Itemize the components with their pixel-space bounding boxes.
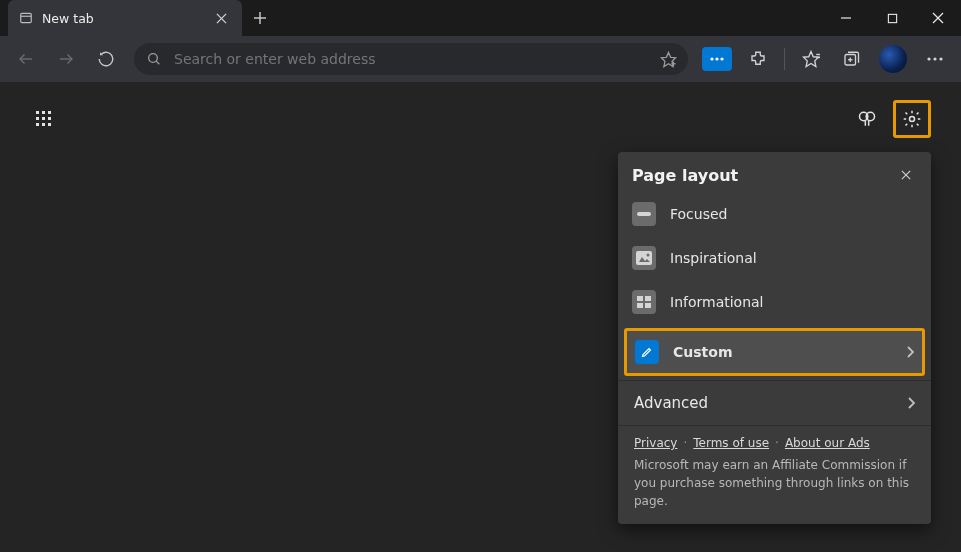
- browser-tab[interactable]: New tab: [8, 0, 242, 36]
- svg-rect-30: [42, 111, 45, 114]
- svg-rect-48: [645, 296, 651, 301]
- advanced-row[interactable]: Advanced: [618, 380, 931, 426]
- apps-grid-button[interactable]: [30, 105, 58, 133]
- svg-rect-43: [637, 212, 651, 216]
- layout-option-custom-highlight: Custom: [624, 328, 925, 376]
- svg-point-27: [933, 57, 936, 60]
- chevron-right-icon: [907, 397, 915, 409]
- layout-option-informational[interactable]: Informational: [618, 280, 931, 324]
- layout-option-focused[interactable]: Focused: [618, 192, 931, 236]
- svg-rect-32: [36, 117, 39, 120]
- rewards-button[interactable]: [853, 105, 881, 133]
- separator-dot: ·: [775, 436, 779, 450]
- affiliate-disclaimer: Microsoft may earn an Affiliate Commissi…: [634, 456, 915, 510]
- new-tab-page: Page layout Focused Inspirational Inform…: [0, 82, 961, 552]
- flyout-close-button[interactable]: [895, 164, 917, 186]
- svg-rect-35: [36, 123, 39, 126]
- informational-icon: [632, 290, 656, 314]
- svg-rect-44: [636, 251, 652, 265]
- layout-label: Informational: [670, 294, 764, 310]
- page-layout-flyout: Page layout Focused Inspirational Inform…: [618, 152, 931, 524]
- svg-rect-31: [48, 111, 51, 114]
- layout-label: Focused: [670, 206, 727, 222]
- custom-icon: [635, 340, 659, 364]
- layout-option-custom[interactable]: Custom: [627, 331, 922, 373]
- toolbar: [0, 36, 961, 82]
- svg-rect-49: [637, 303, 643, 308]
- tab-title: New tab: [42, 11, 202, 26]
- search-icon: [144, 49, 164, 69]
- svg-rect-0: [21, 13, 32, 22]
- svg-rect-29: [36, 111, 39, 114]
- svg-rect-47: [637, 296, 643, 301]
- svg-rect-7: [888, 14, 896, 22]
- svg-point-18: [715, 57, 718, 60]
- inspirational-icon: [632, 246, 656, 270]
- terms-link[interactable]: Terms of use: [693, 436, 769, 450]
- privacy-link[interactable]: Privacy: [634, 436, 677, 450]
- titlebar-drag-region[interactable]: [278, 0, 823, 36]
- page-settings-button[interactable]: [898, 105, 926, 133]
- svg-point-26: [927, 57, 930, 60]
- ntp-top-bar: [0, 100, 961, 138]
- refresh-button[interactable]: [88, 41, 124, 77]
- toolbar-separator: [784, 48, 785, 70]
- chevron-right-icon: [906, 346, 914, 358]
- flyout-title: Page layout: [632, 166, 738, 185]
- layout-label: Inspirational: [670, 250, 757, 266]
- svg-rect-37: [48, 123, 51, 126]
- flyout-footer: Privacy · Terms of use · About our Ads M…: [618, 426, 931, 524]
- focused-icon: [632, 202, 656, 226]
- address-input[interactable]: [174, 51, 648, 67]
- layout-option-inspirational[interactable]: Inspirational: [618, 236, 931, 280]
- separator-dot: ·: [683, 436, 687, 450]
- svg-rect-36: [42, 123, 45, 126]
- tab-page-icon: [18, 10, 34, 26]
- settings-more-button[interactable]: [917, 41, 953, 77]
- extensions-button[interactable]: [740, 41, 776, 77]
- svg-point-17: [710, 57, 713, 60]
- layout-label: Custom: [673, 344, 732, 360]
- svg-rect-50: [645, 303, 651, 308]
- svg-rect-33: [42, 117, 45, 120]
- svg-marker-20: [804, 52, 819, 67]
- window-close-button[interactable]: [915, 0, 961, 36]
- ads-link[interactable]: About our Ads: [785, 436, 870, 450]
- back-button[interactable]: [8, 41, 44, 77]
- window-maximize-button[interactable]: [869, 0, 915, 36]
- window-minimize-button[interactable]: [823, 0, 869, 36]
- page-settings-highlight: [893, 100, 931, 138]
- svg-point-46: [647, 254, 650, 257]
- profile-button[interactable]: [879, 45, 907, 73]
- titlebar: New tab: [0, 0, 961, 36]
- new-tab-button[interactable]: [242, 0, 278, 36]
- svg-rect-34: [48, 117, 51, 120]
- address-bar[interactable]: [134, 43, 688, 75]
- favorite-star-icon[interactable]: [658, 49, 678, 69]
- forward-button[interactable]: [48, 41, 84, 77]
- svg-point-12: [149, 54, 158, 63]
- svg-point-40: [910, 117, 915, 122]
- tracking-prevention-button[interactable]: [702, 47, 732, 71]
- collections-button[interactable]: [833, 41, 869, 77]
- svg-point-19: [720, 57, 723, 60]
- advanced-label: Advanced: [634, 394, 708, 412]
- tab-close-button[interactable]: [210, 7, 232, 29]
- svg-line-13: [156, 61, 159, 64]
- favorites-button[interactable]: [793, 41, 829, 77]
- svg-point-28: [939, 57, 942, 60]
